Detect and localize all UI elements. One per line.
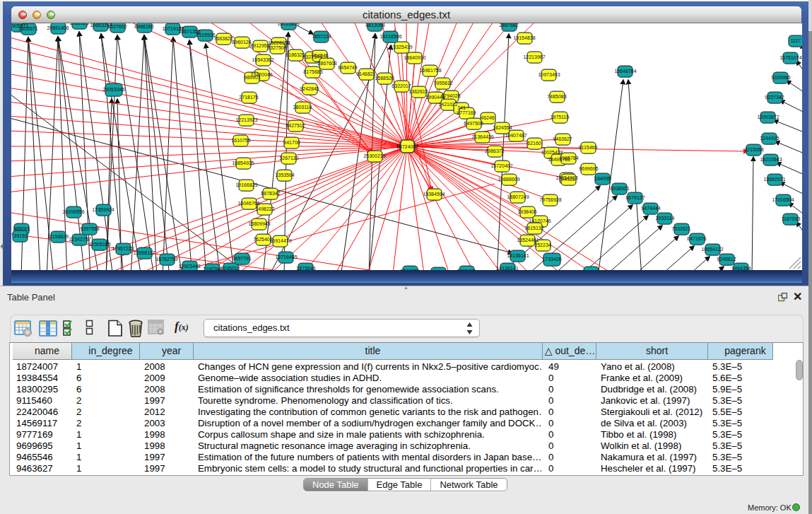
svg-text:3215958: 3215958	[744, 147, 763, 152]
svg-text:6794028: 6794028	[441, 93, 460, 98]
svg-text:7857224: 7857224	[312, 34, 331, 39]
svg-text:20691406: 20691406	[47, 25, 69, 30]
svg-text:8813054: 8813054	[365, 23, 384, 28]
svg-text:16543362: 16543362	[252, 57, 273, 62]
svg-text:1733426: 1733426	[542, 257, 561, 262]
svg-text:25300219: 25300219	[363, 153, 385, 158]
svg-text:1938406: 1938406	[517, 209, 536, 214]
svg-text:12342757: 12342757	[69, 237, 90, 242]
svg-text:1244415: 1244415	[760, 136, 779, 141]
svg-text:13958117: 13958117	[134, 250, 155, 255]
svg-text:1117: 1117	[791, 38, 801, 43]
svg-text:21364436: 21364436	[471, 134, 493, 139]
svg-text:7632621: 7632621	[671, 226, 690, 231]
svg-text:9146821: 9146821	[356, 71, 375, 76]
svg-text:164095: 164095	[594, 176, 611, 181]
svg-text:39153: 39153	[13, 233, 28, 238]
svg-text:9463627: 9463627	[553, 136, 572, 141]
svg-text:8960124: 8960124	[232, 40, 251, 45]
svg-text:16053809: 16053809	[277, 23, 299, 26]
svg-text:15809948: 15809948	[248, 221, 270, 226]
svg-text:17957223: 17957223	[112, 246, 134, 251]
svg-text:1353594: 1353594	[275, 173, 294, 177]
svg-text:18807249: 18807249	[507, 194, 529, 199]
svg-text:2887682: 2887682	[499, 23, 518, 28]
svg-text:1421022: 1421022	[438, 102, 457, 107]
svg-text:252234: 252234	[534, 243, 551, 247]
svg-text:10973493: 10973493	[538, 72, 560, 77]
svg-text:6322017: 6322017	[392, 83, 411, 88]
svg-text:9227342: 9227342	[765, 95, 784, 100]
svg-text:1624554: 1624554	[493, 125, 512, 130]
svg-text:12213967: 12213967	[523, 54, 545, 59]
svg-text:11156829: 11156829	[47, 234, 69, 239]
svg-text:9329966: 9329966	[771, 75, 790, 80]
svg-text:2933114: 2933114	[656, 216, 675, 221]
svg-text:8938921: 8938921	[610, 186, 629, 191]
svg-text:19166825: 19166825	[235, 182, 257, 187]
svg-text:20206556: 20206556	[62, 209, 84, 214]
svg-text:1975115: 1975115	[551, 115, 570, 119]
svg-text:2986372: 2986372	[485, 148, 504, 153]
svg-text:20053346: 20053346	[102, 87, 124, 92]
svg-text:6497508: 6497508	[464, 121, 483, 126]
svg-text:9245612: 9245612	[717, 257, 736, 262]
svg-text:1610755: 1610755	[231, 138, 250, 143]
svg-text:1498222: 1498222	[255, 206, 274, 211]
svg-text:12093872: 12093872	[757, 115, 779, 119]
svg-text:1965784: 1965784	[559, 156, 578, 160]
svg-text:254546: 254546	[312, 53, 328, 58]
svg-text:16648784: 16648784	[614, 69, 636, 74]
svg-text:17359924: 17359924	[92, 207, 114, 212]
svg-text:13524461: 13524461	[517, 238, 539, 243]
svg-text:1615132: 1615132	[524, 226, 543, 230]
svg-text:16961758: 16961758	[419, 68, 441, 73]
svg-text:46246: 46246	[481, 115, 495, 120]
svg-text:17016504: 17016504	[772, 197, 794, 202]
svg-text:16210643: 16210643	[760, 157, 782, 162]
svg-text:13716485: 13716485	[275, 255, 297, 259]
svg-text:13325419: 13325419	[390, 45, 412, 49]
svg-text:15751074: 15751074	[779, 55, 801, 60]
svg-text:14120746: 14120746	[529, 218, 551, 223]
svg-text:15720407: 15720407	[490, 163, 512, 168]
svg-text:1588520: 1588520	[375, 76, 394, 81]
svg-text:9327509: 9327509	[267, 45, 286, 50]
svg-text:10025438: 10025438	[541, 150, 563, 155]
svg-text:1167533: 1167533	[782, 216, 801, 221]
svg-text:8427512: 8427512	[286, 123, 305, 128]
svg-text:7515526: 7515526	[196, 33, 215, 37]
svg-text:2718176: 2718176	[239, 95, 258, 100]
svg-text:16854935: 16854935	[232, 160, 254, 165]
svg-text:2867608: 2867608	[317, 61, 336, 66]
svg-text:9457791: 9457791	[232, 256, 251, 261]
svg-text:9777169: 9777169	[457, 110, 476, 115]
svg-text:16782759: 16782759	[155, 257, 177, 262]
svg-text:6679137: 6679137	[625, 195, 645, 200]
svg-text:13692971: 13692971	[763, 177, 785, 182]
svg-text:12505185: 12505185	[88, 242, 110, 247]
svg-text:8454749: 8454749	[338, 65, 357, 70]
svg-text:8175685: 8175685	[303, 69, 322, 74]
svg-text:62160: 62160	[527, 141, 541, 146]
svg-text:16046766: 16046766	[237, 201, 259, 206]
svg-text:2803114: 2803114	[293, 105, 312, 110]
svg-text:14136141: 14136141	[507, 253, 529, 258]
svg-text:79756928: 79756928	[539, 197, 561, 202]
svg-text:9115460: 9115460	[579, 145, 598, 150]
svg-text:18640910: 18640910	[404, 55, 425, 60]
svg-text:16914479: 16914479	[269, 238, 291, 243]
svg-text:341: 341	[457, 105, 466, 110]
svg-text:10154838: 10154838	[513, 35, 535, 40]
svg-text:9397558: 9397558	[80, 226, 99, 231]
svg-text:12213923: 12213923	[235, 117, 257, 122]
svg-text:9242845: 9242845	[300, 86, 319, 91]
svg-text:985001: 985001	[13, 226, 30, 231]
svg-text:94923: 94923	[561, 177, 575, 182]
svg-text:12923448: 12923448	[178, 264, 200, 269]
svg-text:8466160: 8466160	[134, 24, 153, 29]
svg-text:8878342: 8878342	[261, 191, 280, 196]
svg-text:10407487: 10407487	[505, 133, 526, 138]
svg-text:941700: 941700	[283, 140, 300, 145]
svg-text:19218506: 19218506	[379, 34, 401, 39]
